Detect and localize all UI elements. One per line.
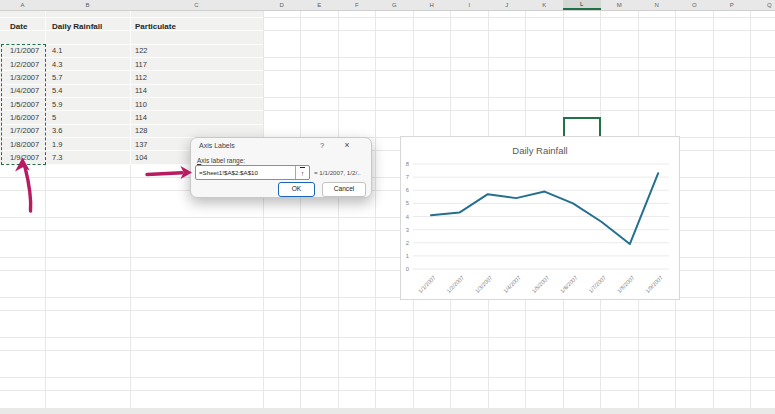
cell-r2c3[interactable]: 122 [135,44,148,57]
axis-range-input[interactable]: =Sheet1!$A$2:$A$10 ↑ [195,165,310,180]
bottom-edge-strip [0,408,775,414]
svg-text:1/1/2007: 1/1/2007 [417,274,437,294]
active-cell-outline [563,117,601,138]
axis-label-range-label: Axis label range: [197,157,245,164]
column-header-M[interactable]: M [601,0,639,10]
column-header-C[interactable]: C [130,0,263,10]
svg-text:0: 0 [406,266,409,272]
dialog-title: Axis Labels [199,142,235,149]
cell-r3c2[interactable]: 4.3 [52,58,62,71]
svg-text:3: 3 [406,227,409,233]
help-icon[interactable]: ? [315,141,329,151]
cell-r5c3[interactable]: 114 [135,84,147,97]
column-header-N[interactable]: N [638,0,676,10]
column-header-K[interactable]: K [526,0,564,10]
excel-worksheet: ABCDEFGHIJKLMNOPQ DateDaily RainfallPart… [0,0,775,414]
svg-text:5: 5 [406,200,409,206]
table-col-separator-2 [130,10,131,165]
cell-r7c2[interactable]: 5 [52,111,56,124]
cell-r4c2[interactable]: 5.7 [52,71,62,84]
column-header-Q[interactable]: Q [751,0,775,10]
selected-range-marquee [1,44,46,165]
cell-r10c2[interactable]: 7.3 [52,151,62,164]
column-header-F[interactable]: F [338,0,376,10]
column-header-H[interactable]: H [413,0,451,10]
column-header-J[interactable]: J [488,0,526,10]
cell-r8c2[interactable]: 3.6 [52,124,62,137]
cell-r6c3[interactable]: 110 [135,98,147,111]
cell-r9c2[interactable]: 1.9 [52,138,62,151]
column-header-O[interactable]: O [676,0,714,10]
collapse-dialog-button[interactable]: ↑ [295,166,309,179]
svg-text:1/2/2007: 1/2/2007 [445,274,465,294]
ok-button[interactable]: OK [278,182,315,197]
svg-text:7: 7 [406,174,409,180]
column-header-B[interactable]: B [45,0,130,10]
chart-canvas: 0123456781/1/20071/2/20071/3/20071/4/200… [401,137,679,299]
cell-r4c3[interactable]: 112 [135,71,147,84]
svg-text:4: 4 [406,214,410,220]
column-header-E[interactable]: E [301,0,339,10]
close-icon[interactable]: × [339,140,355,151]
column-header-D[interactable]: D [263,0,301,10]
svg-text:1/6/2007: 1/6/2007 [559,274,579,294]
cell-r9c3[interactable]: 137 [135,138,148,151]
svg-text:2: 2 [406,240,409,246]
column-header-P[interactable]: P [713,0,751,10]
axis-range-value: =Sheet1!$A$2:$A$10 [199,166,258,179]
cell-r5c2[interactable]: 5.4 [52,84,62,97]
axis-labels-dialog[interactable]: Axis Labels ? × Axis label range: =Sheet… [190,137,372,198]
table-header-daily-rainfall[interactable]: Daily Rainfall [52,20,102,33]
column-header-row[interactable]: ABCDEFGHIJKLMNOPQ [0,0,775,11]
cell-r7c3[interactable]: 114 [135,111,147,124]
rainfall-line-chart[interactable]: 0123456781/1/20071/2/20071/3/20071/4/200… [400,136,680,300]
column-header-L[interactable]: L [563,0,601,10]
cell-r2c2[interactable]: 4.1 [52,44,62,57]
cell-r3c3[interactable]: 117 [135,58,147,71]
svg-text:1/9/2007: 1/9/2007 [644,274,664,294]
svg-text:1/5/2007: 1/5/2007 [531,274,551,294]
svg-text:Daily Rainfall: Daily Rainfall [512,145,567,156]
svg-text:1: 1 [406,253,409,259]
collapse-dialog-icon: ↑ [300,167,306,179]
svg-text:1/4/2007: 1/4/2007 [502,274,522,294]
svg-text:1/7/2007: 1/7/2007 [587,274,607,294]
cancel-button[interactable]: Cancel [322,182,366,197]
svg-text:1/3/2007: 1/3/2007 [474,274,494,294]
column-header-A[interactable]: A [0,0,45,10]
svg-text:1/8/2007: 1/8/2007 [616,274,636,294]
column-header-I[interactable]: I [451,0,489,10]
column-header-G[interactable]: G [376,0,414,10]
table-header-date[interactable]: Date [10,20,27,33]
cell-r6c2[interactable]: 5.9 [52,98,62,111]
svg-text:6: 6 [406,187,409,193]
cell-r10c3[interactable]: 104 [135,151,148,164]
cell-r8c3[interactable]: 128 [135,124,148,137]
range-preview-text: = 1/1/2007, 1/2/.. [314,167,370,178]
svg-text:8: 8 [406,161,409,167]
table-header-particulate[interactable]: Particulate [135,20,176,33]
